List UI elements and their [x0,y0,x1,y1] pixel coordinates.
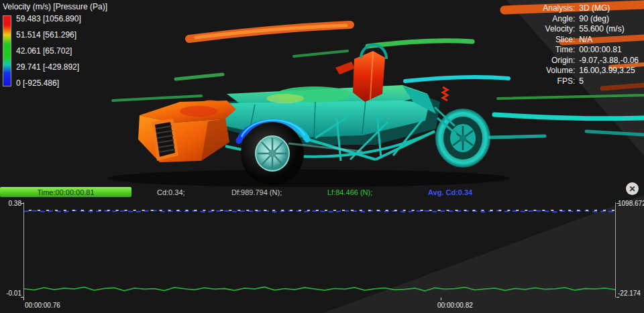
info-label: Analysis: [543,3,575,13]
left-axis-max: 0.38 [1,200,21,207]
colorbar [3,15,11,86]
front-wheel [241,122,304,185]
legend-entry: 0 [-925.486] [16,78,81,88]
history-chart-panel: 0.38 -0.01 1098.672 -22.174 00:00:00.76 … [0,198,644,313]
legend-entry: 29.741 [-429.892] [16,62,81,72]
right-axis-max: 1098.672 [618,200,644,207]
info-label: FPS: [543,76,575,86]
info-label: Velocity: [543,24,575,34]
cd-readout: Cd:0.34; [157,188,185,196]
rear-spring [443,87,447,101]
close-button[interactable]: ✕ [626,182,639,195]
info-value-volume: 16.00,3.99,3.25 [579,66,639,76]
info-value-analysis: 3D (MG) [579,3,639,13]
firewall [353,51,385,102]
color-legend: Velocity (m/s) [Pressure (Pa)] 59.483 [1… [3,2,107,88]
info-value-slice: N/A [579,35,639,45]
info-label: Volume: [543,66,575,76]
legend-entry: 51.514 [561.296] [16,30,81,40]
nose-pressure-spot [180,106,217,117]
info-label: Time: [543,45,575,55]
info-label: Angle: [543,14,575,24]
info-value-fps: 5 [579,76,639,86]
legend-entry: 59.483 [1056.890] [16,14,81,23]
axis-tick [21,203,23,204]
x-axis-label-current: 00:00:00.82 [437,302,473,309]
time-progress-bar: Time:00:00:00.81 [0,187,131,197]
analysis-info-panel: Analysis: 3D (MG) Angle: 90 (deg) Veloci… [543,3,639,86]
downforce-readout: Df:989.794 (N); [231,188,282,196]
close-icon: ✕ [629,184,635,194]
info-value-angle: 90 (deg) [579,14,639,24]
status-bar: Time:00:00:00.81 Cd:0.34; Df:989.794 (N)… [0,186,644,198]
right-axis-min: -22.174 [618,290,641,297]
chart-series [24,202,615,298]
series-lf [24,287,615,291]
cfd-simulation-window: Velocity (m/s) [Pressure (Pa)] 59.483 [1… [0,0,644,313]
wake-streak [490,136,545,137]
info-value-velocity: 55.600 (m/s) [579,24,639,34]
axis-tick [23,298,24,300]
legend-entry: 42.061 [65.702] [16,46,81,56]
axis-tick [616,203,619,204]
car-model [107,45,545,187]
lift-readout: Lf:84.466 (N); [327,188,372,196]
avg-cd-readout: Avg. Cd:0.34 [428,188,472,196]
legend-title: Velocity (m/s) [Pressure (Pa)] [3,2,107,11]
chart-plot[interactable] [23,202,616,298]
axis-tick [616,297,619,298]
left-axis-min: -0.01 [1,290,21,297]
info-label: Slice: [543,35,575,45]
mirror-wing [335,62,355,74]
info-label: Origin: [543,56,575,66]
info-value-origin: -9.07,-3.88,-0.06 [579,56,639,66]
ground-shadow [107,170,510,187]
time-progress-label: Time:00:00:00.81 [37,188,94,196]
rear-wheel [435,109,490,168]
info-value-time: 00:00:00.81 [579,45,639,55]
x-axis-label-start: 00:00:00.76 [25,302,60,309]
cockpit-highlight [266,94,304,103]
axis-tick [441,298,441,300]
